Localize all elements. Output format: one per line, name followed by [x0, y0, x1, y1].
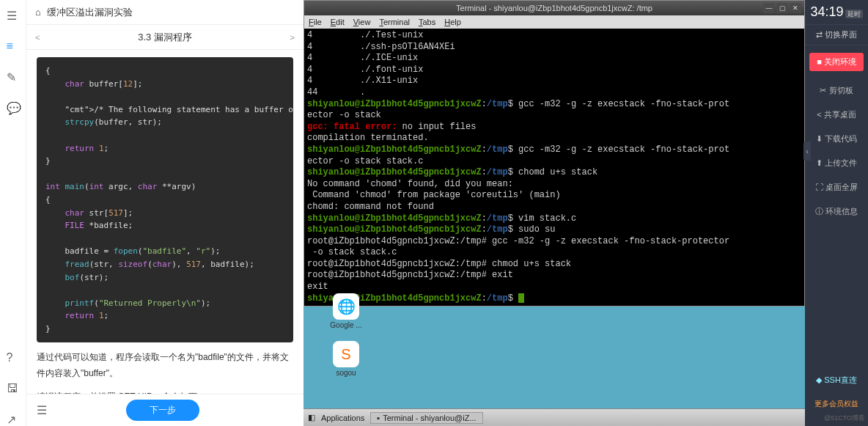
taskbar-window-button[interactable]: ▪ Terminal - shiyanlou@iZ... [370, 412, 482, 424]
menu-file[interactable]: File [309, 18, 322, 26]
close-button[interactable]: ✕ [790, 3, 801, 13]
help-icon[interactable]: ? [7, 351, 20, 364]
prev-section-button[interactable]: < [35, 33, 40, 42]
terminal-title-text: Terminal - shiyanlou@iZbp1bhot4d5gpncb1j… [456, 4, 652, 12]
lesson-footer: ☰ 下一步 [26, 394, 304, 426]
edit-icon[interactable]: ✎ [7, 70, 20, 84]
menu-tabs[interactable]: Tabs [419, 18, 435, 26]
ssh-button[interactable]: ◆ SSH直连 [805, 367, 868, 393]
section-title: 3.3 漏洞程序 [138, 31, 192, 44]
maximize-button[interactable]: ▢ [776, 3, 788, 13]
terminal-window[interactable]: Terminal - shiyanlou@iZbp1bhot4d5gpncb1j… [304, 0, 805, 306]
timer: 34:19延时 [805, 0, 868, 24]
next-section-button[interactable]: > [290, 33, 295, 42]
menu-view[interactable]: View [353, 18, 371, 26]
lesson-panel: ⌂ 缓冲区溢出漏洞实验 < 3.3 漏洞程序 > { char buffer[1… [26, 0, 304, 426]
paragraph-1: 通过代码可以知道，程序会读取一个名为"badfile"的文件，并将文件内容装入"… [37, 350, 293, 381]
virtual-desktop[interactable]: Terminal - shiyanlou@iZbp1bhot4d5gpncb1j… [304, 0, 805, 426]
desktop-icons: 🌐Google ...Ssogou [326, 293, 367, 377]
code-block-1: { char buffer[12]; "cmt">/* The followin… [37, 57, 293, 342]
menu-help[interactable]: Help [444, 18, 461, 26]
rpanel-item-5[interactable]: ⓘ 环境信息 [805, 199, 868, 224]
section-title-bar: < 3.3 漏洞程序 > [26, 25, 304, 50]
menu-terminal[interactable]: Terminal [379, 18, 410, 26]
share-icon[interactable]: ↗ [7, 413, 20, 426]
chat-icon[interactable]: 💬 [7, 101, 20, 114]
start-icon[interactable]: ◧ [308, 413, 315, 422]
home-icon[interactable]: ⌂ [35, 7, 41, 18]
taskbar[interactable]: ◧ Applications ▪ Terminal - shiyanlou@iZ… [304, 408, 805, 426]
left-nav: ☰ ≡ ✎ 💬 ? 🖫 ↗ [0, 0, 26, 426]
rpanel-item-2[interactable]: ⬇ 下载代码 [805, 127, 868, 151]
timer-value: 34:19 [810, 4, 843, 19]
applications-menu[interactable]: Applications [321, 414, 364, 422]
doc-icon[interactable]: ☰ [7, 9, 20, 22]
next-button[interactable]: 下一步 [126, 400, 199, 421]
rpanel-item-1[interactable]: < 共享桌面 [805, 103, 868, 127]
close-environment-button[interactable]: ■ 关闭环境 [809, 53, 864, 71]
rpanel-item-4[interactable]: ⛶ 桌面全屏 [805, 175, 868, 199]
switch-ui-button[interactable]: ⇄ 切换界面 [805, 24, 868, 45]
terminal-menubar: FileEditViewTerminalTabsHelp [304, 15, 804, 29]
toc-icon[interactable]: ☰ [37, 403, 47, 417]
list-icon[interactable]: ≡ [7, 40, 20, 53]
terminal-titlebar[interactable]: Terminal - shiyanlou@iZbp1bhot4d5gpncb1j… [304, 1, 804, 15]
rpanel-item-3[interactable]: ⬆ 上传文件 [805, 151, 868, 175]
lesson-header: ⌂ 缓冲区溢出漏洞实验 [26, 0, 304, 25]
desktop-icon-google[interactable]: 🌐Google ... [326, 293, 367, 329]
rpanel-item-0[interactable]: ✂ 剪切板 [805, 78, 868, 103]
timer-badge[interactable]: 延时 [845, 10, 863, 18]
save-icon[interactable]: 🖫 [7, 382, 20, 395]
lesson-title-text: 缓冲区溢出漏洞实验 [47, 6, 133, 19]
lesson-body[interactable]: { char buffer[12]; "cmt">/* The followin… [26, 50, 304, 394]
more-privileges-link[interactable]: 更多会员权益 [805, 393, 868, 412]
credit-text: @51CTO博客 [805, 412, 868, 426]
terminal-output[interactable]: 4 ./.Test-unix 4 ./ssh-psOTl6AN4XEi 4 ./… [304, 29, 804, 306]
menu-edit[interactable]: Edit [331, 18, 345, 26]
minimize-button[interactable]: — [763, 3, 775, 13]
right-panel: 34:19延时 ⇄ 切换界面 ■ 关闭环境 ✂ 剪切板< 共享桌面⬇ 下载代码⬆… [805, 0, 868, 426]
desktop-icon-sogou[interactable]: Ssogou [326, 341, 367, 377]
terminal-icon: ▪ [377, 414, 380, 422]
